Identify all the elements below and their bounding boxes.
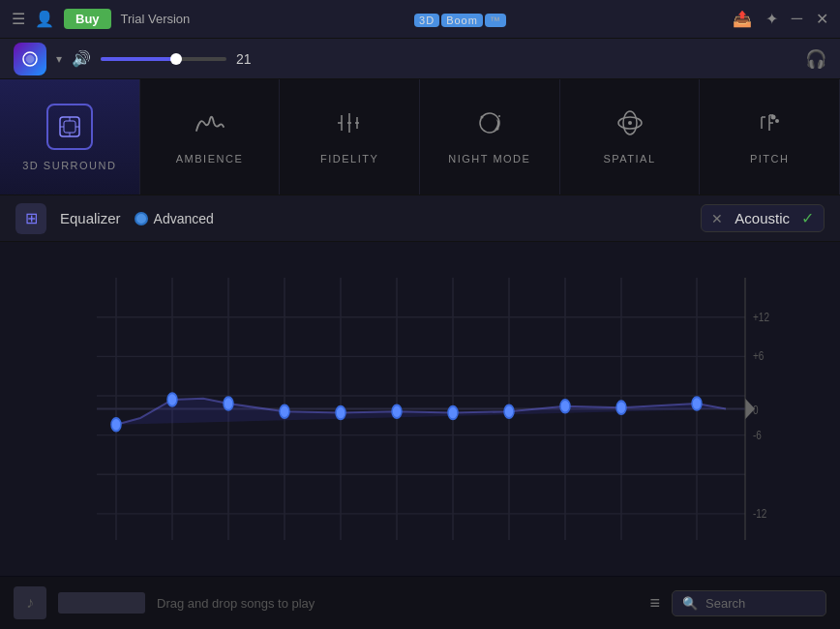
svg-point-54 [336,406,345,420]
menu-icon[interactable]: ☰ [12,10,25,28]
svg-point-60 [692,397,702,410]
share-icon[interactable]: 📤 [733,10,752,28]
search-input[interactable]: Search [705,596,745,611]
svg-point-57 [504,404,514,418]
preset-close-button[interactable]: ✕ [711,211,723,226]
search-icon: 🔍 [682,596,698,611]
night-mode-label: NIGHT MODE [448,153,530,165]
minimize-icon[interactable]: ─ [792,10,802,28]
dropdown-arrow-icon[interactable]: ▾ [56,52,62,66]
drop-area-indicator [58,592,145,614]
boom-logo[interactable] [14,43,46,75]
svg-point-58 [560,400,570,413]
playlist-icon[interactable]: ≡ [649,593,660,614]
effect-ambience[interactable]: AMBIENCE [140,79,281,195]
main-content: 3D SURROUND AMBIENCE [0,79,840,629]
eq-section: ⊞ Equalizer Advanced ✕ Acoustic ✓ [0,195,840,576]
title-bar: ☰ 👤 Buy Trial Version 3DBoom™ 📤 ✦ ─ ✕ [0,0,840,39]
advanced-label: Advanced [154,211,214,226]
svg-point-14 [480,116,483,119]
volume-bar: ▾ 🔊 21 🎧 [0,39,840,79]
svg-point-19 [628,121,632,125]
eq-visualization: +12 +6 0 -6 -12 [0,252,840,566]
close-icon[interactable]: ✕ [816,10,828,28]
preset-confirm-button[interactable]: ✓ [801,209,814,227]
svg-point-56 [448,406,458,420]
effect-night-mode[interactable]: NIGHT MODE [420,79,560,195]
effect-spatial[interactable]: SPATIAL [560,79,701,195]
music-note-icon: ♪ [26,594,34,612]
ambience-label: AMBIENCE [176,153,243,165]
effect-pitch[interactable]: PITCH [700,79,840,195]
preset-name: Acoustic [735,210,790,226]
equalizer-label: Equalizer [60,210,121,226]
svg-point-26 [775,119,779,123]
user-icon[interactable]: 👤 [35,10,54,28]
svg-point-51 [167,393,177,406]
effect-surround[interactable]: 3D SURROUND [0,79,140,195]
trial-label: Trial Version [121,12,191,26]
volume-fill [101,57,176,61]
effect-fidelity[interactable]: FIDELITY [280,79,420,195]
title-actions: 📤 ✦ ─ ✕ [733,10,828,28]
eq-knob-button[interactable]: ⊞ [15,203,46,234]
drag-drop-hint: Drag and drop songs to play [157,596,638,611]
eq-header: ⊞ Equalizer Advanced ✕ Acoustic ✓ [0,195,840,242]
svg-point-16 [495,128,498,131]
equalizer-icon: ⊞ [25,209,38,227]
advanced-toggle-indicator [135,212,148,225]
fidelity-icon [332,109,367,143]
fidelity-label: FIDELITY [320,153,378,165]
app-title: 3DBoom™ [199,11,722,28]
effects-row: 3D SURROUND AMBIENCE [0,79,840,195]
night-mode-icon [472,109,507,143]
search-box[interactable]: 🔍 Search [672,590,826,616]
pitch-icon [752,109,787,143]
spatial-label: SPATIAL [603,153,655,165]
svg-rect-2 [64,121,75,133]
volume-knob[interactable] [170,53,182,65]
album-art: ♪ [14,586,46,619]
eq-canvas[interactable]: +12 +6 0 -6 -12 [0,242,840,576]
svg-text:+6: +6 [753,348,765,364]
app-badge: 3D [414,14,439,27]
volume-slider[interactable] [101,57,226,61]
pin-icon[interactable]: ✦ [765,10,778,28]
svg-text:+12: +12 [753,309,769,324]
volume-icon[interactable]: 🔊 [72,49,91,68]
app-name: Boom [441,14,483,27]
svg-point-59 [616,401,626,414]
svg-point-15 [498,115,500,117]
svg-point-53 [280,404,289,418]
svg-point-50 [111,418,121,432]
svg-point-25 [771,115,776,120]
pitch-label: PITCH [750,153,790,165]
surround-icon [46,104,93,150]
svg-text:-12: -12 [753,505,767,521]
svg-text:-6: -6 [753,427,762,442]
spatial-icon [613,109,647,143]
advanced-toggle[interactable]: Advanced [135,211,214,226]
preset-area: ✕ Acoustic ✓ [701,204,825,232]
volume-value: 21 [236,51,260,67]
bottom-bar: ♪ Drag and drop songs to play ≡ 🔍 Search [0,576,840,629]
surround-label: 3D SURROUND [22,160,116,171]
svg-point-52 [224,397,233,410]
ambience-icon [193,109,227,143]
buy-button[interactable]: Buy [64,9,111,29]
headphone-icon[interactable]: 🎧 [805,48,826,70]
app-tm: ™ [485,14,506,27]
svg-point-55 [392,404,402,418]
